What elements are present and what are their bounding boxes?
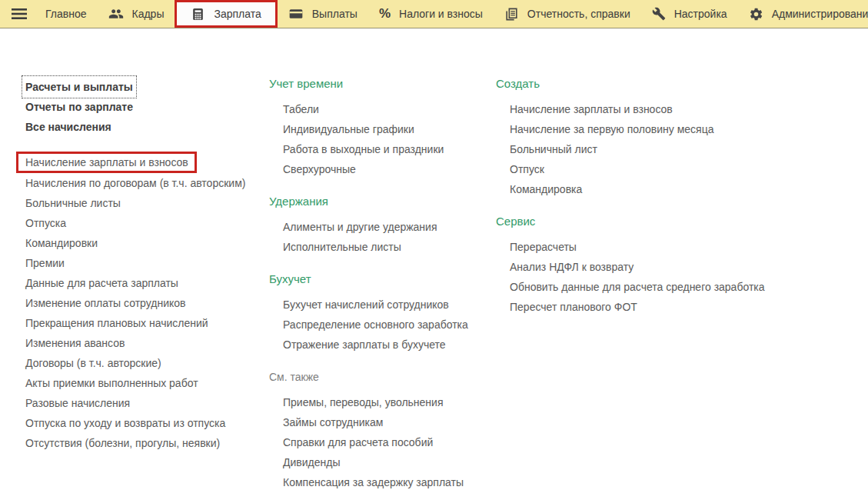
link-salary-and-contributions-accrual[interactable]: Начисление зарплаты и взносов bbox=[25, 154, 188, 171]
link-employee-loans[interactable]: Займы сотрудникам bbox=[269, 412, 492, 432]
percent-icon: % bbox=[379, 6, 391, 22]
link-childcare-leaves-returns[interactable]: Отпуска по уходу и возвраты из отпуска bbox=[25, 413, 256, 433]
link-base-earnings-distribution[interactable]: Распределение основного заработка bbox=[269, 315, 492, 335]
link-label: Расчеты и выплаты bbox=[23, 77, 135, 97]
create-first-half-month-accrual[interactable]: Начисление за первую половину месяца bbox=[496, 119, 773, 139]
create-salary-and-contributions-accrual[interactable]: Начисление зарплаты и взносов bbox=[496, 99, 773, 119]
section-create: Начисление зарплаты и взносов Начисление… bbox=[496, 99, 773, 199]
wrench-icon bbox=[652, 7, 666, 21]
section-header-deductions[interactable]: Удержания bbox=[269, 192, 492, 212]
link-bonuses[interactable]: Премии bbox=[25, 253, 256, 273]
link-planned-accrual-terminations[interactable]: Прекращения плановых начислений bbox=[25, 313, 256, 333]
link-alimony-other-deductions[interactable]: Алименты и другие удержания bbox=[269, 217, 492, 237]
link-work-acceptance-acts[interactable]: Акты приемки выполненных работ bbox=[25, 373, 256, 393]
highlight-box-salary-accrual: Начисление зарплаты и взносов bbox=[16, 152, 197, 173]
tab-label: Выплаты bbox=[312, 8, 358, 20]
create-vacation[interactable]: Отпуск bbox=[496, 159, 773, 179]
card-icon bbox=[288, 6, 304, 22]
tab-label: Зарплата bbox=[214, 8, 261, 20]
documents-icon bbox=[504, 7, 519, 22]
link-salary-delay-compensation[interactable]: Компенсация за задержку зарплаты bbox=[269, 472, 492, 490]
link-all-accruals[interactable]: Все начисления bbox=[25, 117, 256, 137]
right-nav-column: Создать Начисление зарплаты и взносов На… bbox=[496, 74, 773, 317]
section-deductions: Алименты и другие удержания Исполнительн… bbox=[269, 217, 492, 257]
section-header-create[interactable]: Создать bbox=[496, 74, 773, 94]
link-salary-calculation-data[interactable]: Данные для расчета зарплаты bbox=[25, 273, 256, 293]
link-salary-reflection-in-accounting[interactable]: Отражение зарплаты в бухучете bbox=[269, 335, 492, 355]
link-update-average-earnings-data[interactable]: Обновить данные для расчета среднего зар… bbox=[496, 277, 773, 297]
tab-label: Отчетность, справки bbox=[527, 8, 630, 20]
tab-label: Администрирование bbox=[772, 8, 868, 20]
tab-salary-active[interactable]: Зарплата bbox=[175, 0, 277, 28]
section-see-also: Приемы, переводы, увольнения Займы сотру… bbox=[269, 392, 492, 490]
left-nav-column: Расчеты и выплаты Отчеты по зарплате Все… bbox=[25, 77, 256, 453]
calculator-icon bbox=[191, 7, 205, 22]
tab-main[interactable]: Главное bbox=[35, 0, 98, 28]
tab-hr[interactable]: Кадры bbox=[98, 0, 175, 28]
link-vacations[interactable]: Отпуска bbox=[25, 213, 256, 233]
tab-payments[interactable]: Выплаты bbox=[278, 0, 368, 28]
link-business-trips[interactable]: Командировки bbox=[25, 233, 256, 253]
link-employee-accrual-accounting[interactable]: Бухучет начислений сотрудников bbox=[269, 295, 492, 315]
tab-label: Налоги и взносы bbox=[399, 8, 483, 20]
link-timesheets[interactable]: Табели bbox=[269, 99, 492, 119]
tab-reports[interactable]: Отчетность, справки bbox=[494, 0, 641, 28]
tab-settings[interactable]: Настройка bbox=[641, 0, 738, 28]
link-writs-of-execution[interactable]: Исполнительные листы bbox=[269, 237, 492, 257]
section-time-tracking: Табели Индивидуальные графики Работа в в… bbox=[269, 99, 492, 179]
link-sick-leaves[interactable]: Больничные листы bbox=[25, 193, 256, 213]
section-service: Перерасчеты Анализ НДФЛ к возврату Обнов… bbox=[496, 237, 773, 317]
create-sick-leave[interactable]: Больничный лист bbox=[496, 139, 773, 159]
link-overtime[interactable]: Сверхурочные bbox=[269, 159, 492, 179]
hamburger-icon bbox=[12, 8, 27, 20]
link-dividends[interactable]: Дивиденды bbox=[269, 452, 492, 472]
link-contracts[interactable]: Договоры (в т.ч. авторские) bbox=[25, 353, 256, 373]
section-accounting: Бухучет начислений сотрудников Распредел… bbox=[269, 295, 492, 355]
create-business-trip[interactable]: Командировка bbox=[496, 179, 773, 199]
people-icon bbox=[108, 6, 124, 22]
link-weekend-holiday-work[interactable]: Работа в выходные и праздники bbox=[269, 139, 492, 159]
section-header-time-tracking[interactable]: Учет времени bbox=[269, 74, 492, 94]
link-recalculations[interactable]: Перерасчеты bbox=[496, 237, 773, 257]
link-individual-schedules[interactable]: Индивидуальные графики bbox=[269, 119, 492, 139]
main-menu-button[interactable] bbox=[0, 0, 35, 28]
link-employee-pay-changes[interactable]: Изменение оплаты сотрудников bbox=[25, 293, 256, 313]
tab-label: Кадры bbox=[132, 8, 165, 20]
link-planned-payroll-recalculation[interactable]: Пересчет планового ФОТ bbox=[496, 297, 773, 317]
section-header-service[interactable]: Сервис bbox=[496, 212, 773, 232]
tab-label: Настройка bbox=[674, 8, 727, 20]
link-absences[interactable]: Отсутствия (болезни, прогулы, неявки) bbox=[25, 433, 256, 453]
tab-taxes[interactable]: % Налоги и взносы bbox=[368, 0, 494, 28]
tab-administration[interactable]: Администрирование bbox=[738, 0, 868, 28]
link-contract-accruals[interactable]: Начисления по договорам (в т.ч. авторски… bbox=[25, 173, 256, 193]
section-tabs: Главное Кадры bbox=[35, 0, 868, 28]
link-hires-transfers-dismissals[interactable]: Приемы, переводы, увольнения bbox=[269, 392, 492, 412]
middle-nav-column: Учет времени Табели Индивидуальные графи… bbox=[269, 74, 492, 490]
tab-label: Главное bbox=[45, 8, 87, 20]
gear-icon bbox=[749, 7, 763, 22]
link-one-time-accruals[interactable]: Разовые начисления bbox=[25, 393, 256, 413]
link-advance-changes[interactable]: Изменения авансов bbox=[25, 333, 256, 353]
section-header-accounting[interactable]: Бухучет bbox=[269, 269, 492, 289]
link-calculations-and-payments[interactable]: Расчеты и выплаты bbox=[25, 77, 256, 97]
link-salary-reports[interactable]: Отчеты по зарплате bbox=[25, 97, 256, 117]
link-ndfl-refund-analysis[interactable]: Анализ НДФЛ к возврату bbox=[496, 257, 773, 277]
top-navigation-bar: Главное Кадры bbox=[0, 0, 868, 28]
link-benefit-calculation-certificates[interactable]: Справки для расчета пособий bbox=[269, 432, 492, 452]
section-header-see-also: См. также bbox=[269, 367, 492, 387]
